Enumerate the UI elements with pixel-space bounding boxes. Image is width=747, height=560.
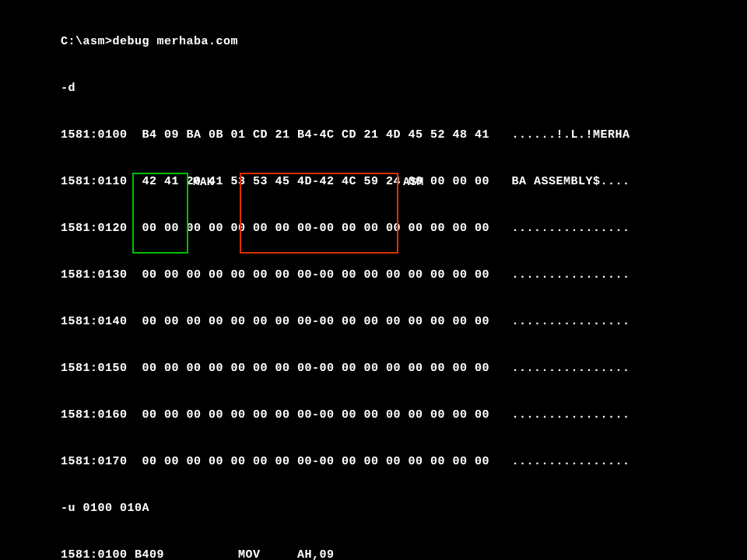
label-mak: MAK [193, 174, 214, 190]
dump-line: 1581:0160 00 00 00 00 00 00 00 00-00 00 … [61, 408, 745, 423]
terminal-cmd-u: -u 0100 010A [61, 501, 745, 516]
dump-line: 1581:0120 00 00 00 00 00 00 00 00-00 00 … [61, 221, 745, 236]
dump-line: 1581:0100 B4 09 BA 0B 01 CD 21 B4-4C CD … [61, 128, 745, 143]
dump-line: 1581:0140 00 00 00 00 00 00 00 00-00 00 … [61, 314, 745, 330]
dump-line: 1581:0130 00 00 00 00 00 00 00 00-00 00 … [61, 268, 745, 283]
terminal-prompt: C:\asm>debug merhaba.com [61, 34, 745, 50]
dump-line: 1581:0150 00 00 00 00 00 00 00 00-00 00 … [61, 361, 745, 376]
label-asm: ASM [403, 174, 424, 190]
dump-line: 1581:0170 00 00 00 00 00 00 00 00-00 00 … [61, 454, 745, 470]
terminal-cmd-d: -d [61, 81, 745, 96]
disasm-line: 1581:0100 B409 MOV AH,09 [61, 548, 745, 560]
terminal-window: C:\asm>debug merhaba.com -d 1581:0100 B4… [0, 0, 747, 560]
